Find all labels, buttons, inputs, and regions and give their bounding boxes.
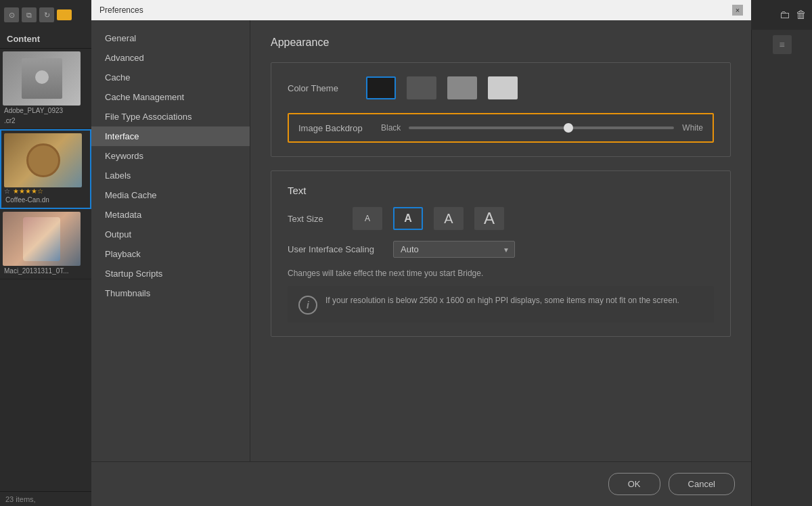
text-size-xlarge[interactable]: A [474, 207, 504, 230]
text-size-xlarge-label: A [484, 209, 495, 228]
nav-thumbnails[interactable]: Thumbnails [91, 283, 250, 303]
nav-interface[interactable]: Interface [91, 127, 250, 146]
nav-cache-management[interactable]: Cache Management [91, 87, 250, 107]
dialog-titlebar: Preferences × [91, 0, 751, 20]
color-theme-label: Color Theme [288, 83, 355, 93]
info-text: If your resolution is below 2560 x 1600 … [325, 294, 679, 306]
swatch-dark[interactable] [407, 76, 436, 99]
scaling-select[interactable]: Auto 100% 150% 200% [393, 241, 515, 258]
preferences-dialog: Preferences × General Advanced Cache Cac… [91, 0, 751, 506]
folder-icon [57, 9, 72, 20]
text-size-medium-label: A [404, 212, 412, 225]
nav-advanced[interactable]: Advanced [91, 48, 250, 68]
backdrop-slider-thumb[interactable] [564, 123, 573, 133]
dialog-footer: OK Cancel [91, 461, 751, 506]
thumbnail-people[interactable]: Adobe_PLAY_0923 .cr2 [0, 49, 91, 129]
swatch-medium[interactable] [447, 76, 477, 99]
status-text: 23 items, [5, 495, 36, 503]
info-icon-label: i [307, 300, 309, 310]
appearance-section: Color Theme Image Backdrop Black Wh [271, 62, 731, 157]
thumbnail-coffee-label: Coffee-Can.dn [4, 195, 82, 205]
text-size-label: Text Size [288, 214, 342, 224]
backdrop-white-label: White [682, 123, 703, 133]
image-backdrop-row: Image Backdrop Black White [288, 113, 714, 143]
text-size-large-label: A [444, 211, 453, 227]
thumbnail-people-label: Adobe_PLAY_0923 [3, 106, 81, 116]
nav-keywords[interactable]: Keywords [91, 146, 250, 166]
nav-cache[interactable]: Cache [91, 68, 250, 87]
status-bar: 23 items, [0, 491, 91, 506]
cancel-button[interactable]: Cancel [669, 473, 735, 495]
text-section-title: Text [288, 185, 714, 196]
nav-file-type[interactable]: File Type Associations [91, 107, 250, 127]
content-label: Content [0, 30, 91, 49]
thumb-violin-img [3, 212, 81, 266]
copy-icon: ⧉ [22, 7, 37, 22]
backdrop-slider-track [409, 127, 674, 129]
changes-note: Changes will take effect the next time y… [288, 269, 714, 278]
thumbnail-violin-label: Maci_20131311_0T... [3, 266, 81, 276]
scaling-select-wrapper[interactable]: Auto 100% 150% 200% [393, 241, 515, 258]
info-icon: i [298, 296, 317, 315]
appearance-title: Appearance [271, 37, 731, 49]
close-button[interactable]: × [732, 5, 743, 16]
thumb-people-img [3, 51, 81, 106]
scaling-label: User Interface Scaling [288, 244, 382, 254]
right-panel-icon1: ≡ [773, 35, 792, 54]
nav-general[interactable]: General [91, 28, 250, 48]
right-panel: 🗀 🗑 ≡ [751, 0, 812, 506]
dialog-body: General Advanced Cache Cache Management … [91, 20, 751, 461]
backdrop-slider-container[interactable] [409, 121, 674, 135]
folder-right-icon[interactable]: 🗀 [780, 9, 790, 21]
backdrop-label: Image Backdrop [298, 123, 373, 133]
swatch-light[interactable] [488, 76, 518, 99]
nav-playback[interactable]: Playback [91, 244, 250, 264]
refresh-icon: ↻ [39, 7, 54, 22]
left-panel: ⊙ ⧉ ↻ Content Adobe_PLAY_0923 .cr2 ☆ ★★★… [0, 0, 91, 506]
info-box: i If your resolution is below 2560 x 160… [288, 286, 714, 323]
text-size-medium[interactable]: A [393, 207, 423, 230]
swatch-darkest[interactable] [366, 76, 396, 99]
thumb-coffee-img [4, 133, 82, 187]
nav-labels[interactable]: Labels [91, 166, 250, 185]
text-section: Text Text Size A A A A [271, 170, 731, 337]
thumbnail-coffee[interactable]: ☆ ★★★★☆ Coffee-Can.dn [0, 129, 91, 209]
thumbnail-violin[interactable]: Maci_20131311_0T... [0, 209, 91, 279]
ok-button[interactable]: OK [608, 473, 660, 495]
text-size-row: Text Size A A A A [288, 207, 714, 230]
nav-media-cache[interactable]: Media Cache [91, 185, 250, 205]
text-size-large[interactable]: A [434, 207, 464, 230]
text-size-small[interactable]: A [353, 207, 382, 230]
stars-rating: ★★★★☆ [13, 187, 43, 195]
scaling-row: User Interface Scaling Auto 100% 150% 20… [288, 241, 714, 258]
dialog-title: Preferences [99, 5, 143, 15]
top-toolbar: ⊙ ⧉ ↻ [0, 0, 91, 30]
right-top-icons: 🗀 🗑 [751, 0, 812, 30]
nav-sidebar: General Advanced Cache Cache Management … [91, 20, 250, 461]
trash-right-icon[interactable]: 🗑 [796, 9, 807, 21]
nav-startup-scripts[interactable]: Startup Scripts [91, 264, 250, 283]
text-size-small-label: A [365, 214, 370, 223]
nav-output[interactable]: Output [91, 225, 250, 244]
thumbnail-people-label2: .cr2 [3, 116, 81, 126]
main-content: Appearance Color Theme Image Backdrop Bl… [250, 20, 751, 461]
backdrop-black-label: Black [381, 123, 401, 133]
color-theme-row: Color Theme [288, 76, 714, 99]
camera-icon: ⊙ [4, 7, 19, 22]
nav-metadata[interactable]: Metadata [91, 205, 250, 225]
